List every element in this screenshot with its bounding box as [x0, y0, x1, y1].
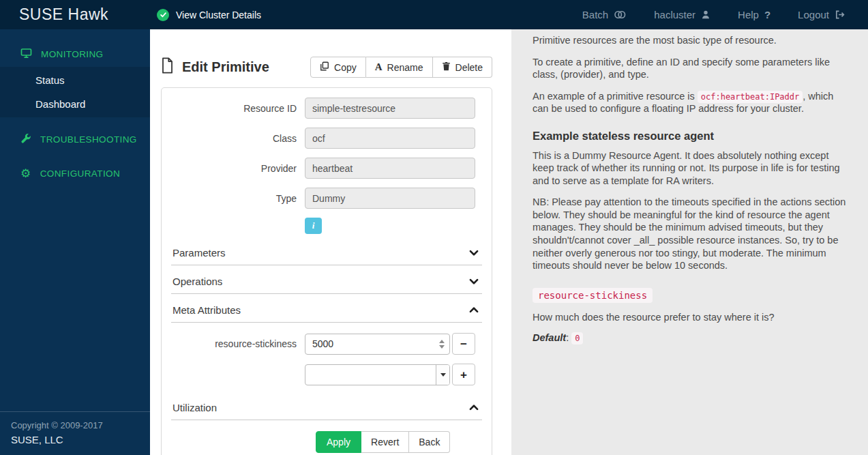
help-paragraph: An example of a primitive resource is oc… [533, 90, 848, 115]
topbar: SUSE Hawk View Cluster Details Batch hac… [0, 0, 868, 29]
cluster-status[interactable]: View Cluster Details [157, 9, 261, 21]
logout-button[interactable]: Logout [798, 9, 845, 20]
help-menu[interactable]: Help ? [738, 9, 770, 20]
class-label: Class [171, 133, 305, 144]
check-circle-icon [157, 9, 169, 21]
sidebar-configuration-label: CONFIGURATION [40, 168, 120, 179]
resource-id-label: Resource ID [171, 103, 305, 114]
meta-attribute-label: resource-stickiness [171, 338, 305, 349]
help-paragraph: Primitive resources are the most basic t… [533, 34, 848, 47]
new-attribute-select[interactable] [305, 364, 450, 385]
attribute-code-badge: resource-stickiness [533, 288, 653, 303]
attribute-description: How much does the resource prefer to sta… [533, 311, 848, 324]
info-button[interactable]: i [305, 218, 322, 234]
type-field[interactable] [305, 188, 475, 209]
default-value-line: Default: 0 [533, 332, 848, 343]
logout-label: Logout [798, 9, 829, 20]
section-meta-attributes[interactable]: Meta Attributes [171, 297, 482, 323]
batch-label: Batch [582, 9, 608, 20]
batch-menu[interactable]: Batch [582, 9, 627, 20]
chevron-up-icon [468, 403, 479, 412]
sidebar-item-status[interactable]: Status [0, 68, 150, 92]
copyright-text: Copyright © 2009-2017 [11, 420, 139, 430]
help-paragraph: This is a Dummy Resource Agent. It does … [533, 149, 848, 188]
app-logo[interactable]: SUSE Hawk [0, 5, 150, 24]
sidebar-monitoring-label: MONITORING [41, 49, 104, 59]
form-actions: Apply Revert Back [316, 431, 492, 453]
section-parameters[interactable]: Parameters [171, 239, 482, 265]
question-icon: ? [764, 9, 770, 20]
page-title: Edit Primitive [161, 57, 269, 77]
sidebar-item-monitoring[interactable]: MONITORING [0, 42, 150, 67]
provider-label: Provider [171, 163, 305, 174]
help-paragraph: To create a primitive, define an ID and … [533, 56, 848, 81]
copy-button[interactable]: Copy [310, 57, 366, 78]
sidebar: MONITORING Status Dashboard TROUBLESHOOT… [0, 29, 150, 455]
monitor-icon [20, 48, 32, 61]
caret-down-icon [440, 373, 446, 377]
remove-attribute-button[interactable]: − [452, 333, 475, 355]
main-content: Edit Primitive Copy A Rename De [150, 29, 511, 455]
edit-primitive-form: Resource ID Class Provider Type i Parame… [161, 87, 492, 455]
sidebar-troubleshooting-label: TROUBLESHOOTING [40, 134, 137, 145]
resource-stickiness-input[interactable] [305, 338, 434, 349]
type-label: Type [171, 193, 305, 204]
rename-icon: A [375, 61, 383, 73]
sidebar-item-troubleshooting[interactable]: TROUBLESHOOTING [0, 127, 150, 152]
help-label: Help [738, 9, 759, 20]
help-paragraph: NB: Please pay attention to the timeouts… [533, 196, 848, 271]
topnav: Batch hacluster Help ? Logout [582, 9, 868, 20]
back-button[interactable]: Back [409, 431, 450, 453]
company-name: SUSE, LLC [11, 434, 139, 445]
rename-button[interactable]: A Rename [366, 57, 433, 78]
resource-stickiness-input-wrap [305, 334, 450, 355]
sidebar-item-configuration[interactable]: ⚙ CONFIGURATION [0, 162, 150, 186]
delete-button[interactable]: Delete [433, 57, 492, 78]
user-icon [701, 10, 710, 20]
section-utilization[interactable]: Utilization [171, 394, 482, 420]
help-panel: Primitive resources are the most basic t… [511, 29, 868, 455]
document-icon [161, 57, 174, 77]
sidebar-submenu-monitoring: Status Dashboard [0, 67, 150, 117]
user-menu[interactable]: hacluster [654, 9, 710, 20]
cluster-status-label: View Cluster Details [176, 10, 261, 20]
help-heading: Example stateless resource agent [533, 130, 848, 143]
class-field[interactable] [305, 128, 475, 149]
add-attribute-button[interactable]: + [452, 364, 475, 385]
sidebar-item-dashboard[interactable]: Dashboard [0, 92, 150, 116]
username-label: hacluster [654, 9, 695, 20]
toggle-icon [614, 10, 627, 20]
provider-field[interactable] [305, 158, 475, 179]
wrench-icon [20, 133, 31, 146]
copy-icon [320, 61, 329, 73]
sign-out-icon [835, 10, 845, 20]
new-attribute-value [305, 365, 436, 385]
apply-button[interactable]: Apply [316, 431, 361, 453]
section-operations[interactable]: Operations [171, 268, 482, 294]
gear-icon: ⚙ [20, 168, 31, 179]
page-title-label: Edit Primitive [182, 59, 269, 75]
resource-id-field[interactable] [305, 98, 475, 119]
trash-icon [442, 61, 451, 73]
chevron-up-icon [468, 306, 479, 314]
dropdown-caret-button[interactable] [436, 365, 449, 385]
chevron-down-icon [468, 248, 479, 257]
revert-button[interactable]: Revert [361, 431, 409, 453]
sidebar-footer: Copyright © 2009-2017 SUSE, LLC [0, 411, 150, 455]
resource-actions: Copy A Rename Delete [310, 57, 492, 78]
default-value-code: 0 [571, 332, 583, 344]
chevron-down-icon [468, 277, 479, 286]
inline-code: ocf:heartbeat:IPaddr [698, 91, 803, 103]
number-spinner[interactable] [434, 340, 449, 349]
